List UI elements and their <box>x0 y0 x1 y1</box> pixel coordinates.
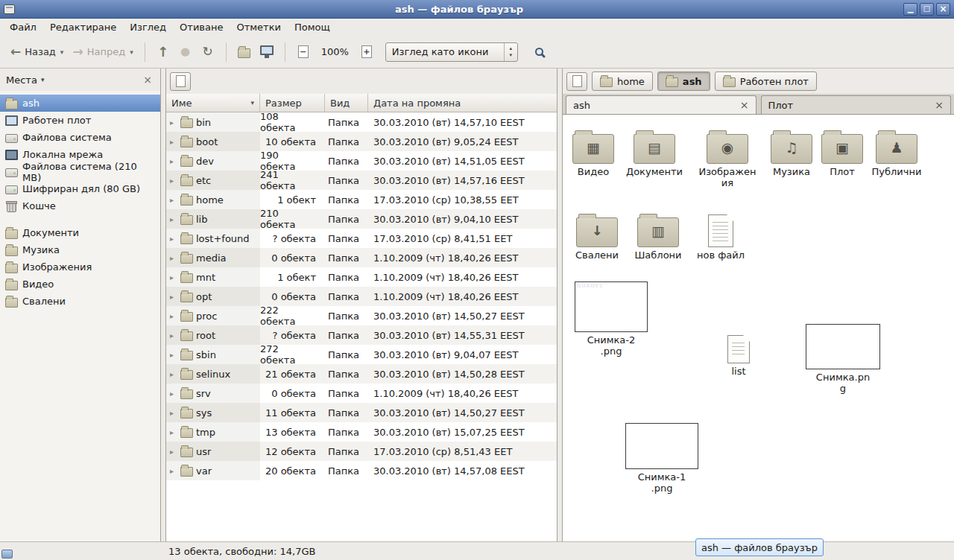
table-row[interactable]: ▸ lib 210 обекта Папка 30.03.2010 (вт) 9… <box>166 209 557 229</box>
expander-icon[interactable]: ▸ <box>170 196 177 204</box>
column-header-name[interactable]: Име ▾ <box>166 94 260 112</box>
sidebar-item[interactable]: Шифриран дял (80 GB) <box>0 180 160 197</box>
table-row[interactable]: ▸ srv 0 обекта Папка 1.10.2009 (чт) 18,4… <box>166 384 557 403</box>
expander-icon[interactable]: ▸ <box>170 293 177 301</box>
icon-item-templates[interactable]: ▥ Шаблони <box>629 211 687 261</box>
menu-item[interactable]: Файл <box>3 19 43 35</box>
icon-item-list[interactable]: list <box>710 332 768 378</box>
icon-item-public[interactable]: ♟ Публични <box>868 128 926 178</box>
expander-icon[interactable]: ▸ <box>170 138 177 146</box>
table-row[interactable]: ▸ sbin 272 обекта Папка 30.03.2010 (вт) … <box>166 345 557 364</box>
menu-item[interactable]: Помощ <box>288 19 337 35</box>
forward-button[interactable]: → Напред ▾ <box>68 42 137 62</box>
maximize-button[interactable]: □ <box>920 3 934 16</box>
search-button[interactable] <box>528 41 551 63</box>
home-button[interactable] <box>233 41 256 63</box>
expander-icon[interactable]: ▸ <box>170 235 177 243</box>
table-row[interactable]: ▸ etc 241 обекта Папка 30.03.2010 (вт) 1… <box>166 171 557 190</box>
table-row[interactable]: ▸ usr 12 обекта Папка 17.03.2010 (ср) 8,… <box>166 442 557 461</box>
combo-arrows-icon[interactable]: ▴ ▾ <box>504 43 517 61</box>
breadcrumb-desktop[interactable]: Работен плот <box>715 71 817 91</box>
icon-item-video[interactable]: ▦ Видео <box>564 128 622 178</box>
tab-plot[interactable]: Плот × <box>761 95 952 114</box>
expander-icon[interactable]: ▸ <box>170 448 177 456</box>
expander-icon[interactable]: ▸ <box>170 254 177 262</box>
table-row[interactable]: ▸ boot 10 обекта Папка 30.03.2010 (вт) 9… <box>166 132 557 151</box>
table-row[interactable]: ▸ media 0 обекта Папка 1.10.2009 (чт) 18… <box>166 248 557 267</box>
expander-icon[interactable]: ▸ <box>170 389 177 398</box>
table-row[interactable]: ▸ tmp 13 обекта Папка 30.03.2010 (вт) 15… <box>166 422 557 442</box>
icon-item-new-file[interactable]: нов файл <box>692 211 750 261</box>
sidebar-dropdown-icon[interactable]: ▾ <box>41 76 45 83</box>
icon-view[interactable]: ▦ Видео ▤ Документи ◉ Изображения ♫ Музи… <box>563 115 954 541</box>
table-row[interactable]: ▸ bin 108 обекта Папка 30.03.2010 (вт) 1… <box>166 112 557 132</box>
table-row[interactable]: ▸ dev 190 обекта Папка 30.03.2010 (вт) 1… <box>166 151 557 171</box>
computer-button[interactable] <box>256 41 278 63</box>
sidebar-item[interactable]: Файлова система (210 MB) <box>0 163 160 180</box>
expander-icon[interactable]: ▸ <box>170 370 177 378</box>
icon-item-downloads[interactable]: ↓ Свалени <box>568 211 626 261</box>
icon-item-desktop[interactable]: ▣ Плот <box>813 128 871 178</box>
stop-button[interactable]: ● <box>174 41 197 63</box>
expander-icon[interactable]: ▸ <box>170 409 177 417</box>
back-dropdown-icon[interactable]: ▾ <box>60 48 64 56</box>
zoom-out-button[interactable]: − <box>292 41 315 63</box>
sidebar-close-icon[interactable]: × <box>141 74 154 86</box>
expander-icon[interactable]: ▸ <box>170 467 177 475</box>
expander-icon[interactable]: ▸ <box>170 312 177 320</box>
reload-button[interactable]: ↻ <box>197 41 219 63</box>
sidebar-item[interactable]: Файлова система <box>0 129 160 146</box>
expander-icon[interactable]: ▸ <box>170 157 177 165</box>
menu-item[interactable]: Редактиране <box>43 19 123 35</box>
back-button[interactable]: ← Назад ▾ <box>6 42 68 62</box>
tab-ash[interactable]: ash × <box>566 95 756 114</box>
expander-icon[interactable]: ▸ <box>170 351 177 359</box>
close-button[interactable]: × <box>936 3 950 16</box>
table-row[interactable]: ▸ proc 222 обекта Папка 30.03.2010 (вт) … <box>166 306 557 325</box>
view-mode-select[interactable]: Изглед като икони ▴ ▾ <box>385 42 518 62</box>
column-header-type[interactable]: Вид <box>325 94 368 112</box>
expander-icon[interactable]: ▸ <box>170 273 177 281</box>
minimize-button[interactable]: ▁ <box>903 3 917 16</box>
sidebar-item[interactable]: Музика <box>0 241 160 258</box>
window-titlebar[interactable]: ash — файлов браузър ▁ □ × <box>0 0 954 19</box>
table-row[interactable]: ▸ root ? обекта Папка 30.03.2010 (вт) 14… <box>166 325 557 345</box>
menu-item[interactable]: Изглед <box>123 19 173 35</box>
location-button[interactable] <box>566 72 587 91</box>
icon-item-documents[interactable]: ▤ Документи <box>625 128 683 178</box>
sidebar-item[interactable]: Свалени <box>0 293 160 310</box>
breadcrumb-home[interactable]: home <box>592 71 653 91</box>
taskbar-window-button[interactable]: ash — файлов браузър <box>695 538 824 556</box>
table-row[interactable]: ▸ var 20 обекта Папка 30.03.2010 (вт) 14… <box>166 461 557 480</box>
icon-item-snimka[interactable]: GNOME Store Снимка.png <box>806 324 880 395</box>
icon-item-pictures[interactable]: ◉ Изображения <box>698 128 756 189</box>
breadcrumb-ash[interactable]: ash <box>657 71 710 91</box>
menu-item[interactable]: Отметки <box>230 19 287 35</box>
table-row[interactable]: ▸ opt 0 обекта Папка 1.10.2009 (чт) 18,4… <box>166 287 557 306</box>
sidebar-item[interactable]: Изображения <box>0 258 160 276</box>
tab-close-icon[interactable]: × <box>935 99 944 111</box>
expander-icon[interactable]: ▸ <box>170 176 177 185</box>
panel-icon[interactable] <box>1 550 13 559</box>
table-row[interactable]: ▸ mnt 1 обект Папка 1.10.2009 (чт) 18,40… <box>166 267 557 287</box>
icon-item-snimka1[interactable]: Снимка-1.png <box>625 423 698 494</box>
table-row[interactable]: ▸ home 1 обект Папка 17.03.2010 (ср) 10,… <box>166 190 557 209</box>
expander-icon[interactable]: ▸ <box>170 428 177 436</box>
sidebar-item[interactable]: Работен плот <box>0 112 160 129</box>
sidebar-item[interactable]: Документи <box>0 224 160 241</box>
expander-icon[interactable]: ▸ <box>170 215 177 223</box>
up-button[interactable]: ↑ <box>152 41 174 63</box>
zoom-in-button[interactable]: + <box>356 41 378 63</box>
icon-item-music[interactable]: ♫ Музика <box>762 128 821 178</box>
sidebar-item[interactable]: Кошче <box>0 197 160 214</box>
sidebar-title[interactable]: Места <box>6 74 37 86</box>
table-row[interactable]: ▸ selinux 21 обекта Папка 30.03.2010 (вт… <box>166 364 557 384</box>
table-row[interactable]: ▸ lost+found ? обекта Папка 17.03.2010 (… <box>166 229 557 248</box>
expander-icon[interactable]: ▸ <box>170 331 177 340</box>
column-header-date[interactable]: Дата на промяна <box>368 94 557 112</box>
sidebar-item[interactable]: Видео <box>0 276 160 293</box>
icon-item-snimka2[interactable]: GUADEC Снимка-2.png <box>575 281 648 357</box>
table-row[interactable]: ▸ sys 11 обекта Папка 30.03.2010 (вт) 14… <box>166 403 557 422</box>
column-header-size[interactable]: Размер <box>260 94 325 112</box>
tab-close-icon[interactable]: × <box>740 99 749 111</box>
